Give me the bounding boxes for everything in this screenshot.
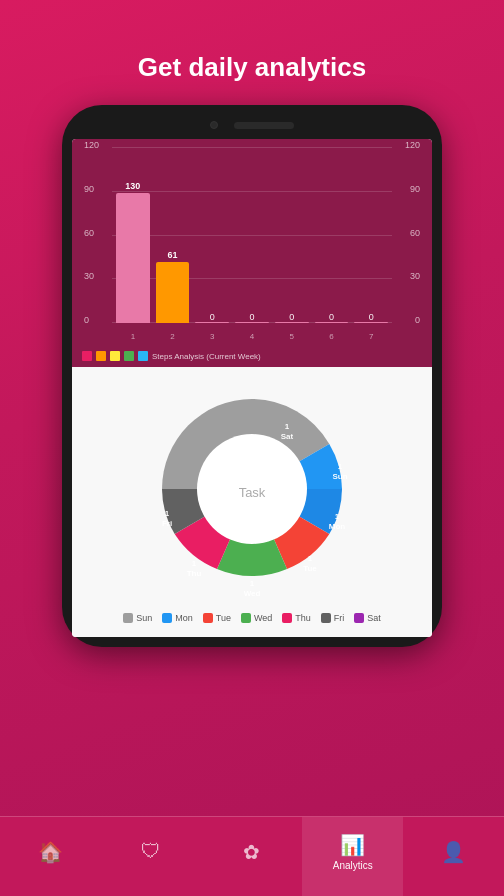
seg-sun-label: Sun	[332, 472, 347, 481]
legend-item-thu: Thu	[282, 613, 311, 623]
legend-item-fri: Fri	[321, 613, 345, 623]
bar-group-4: 0	[235, 310, 269, 323]
bar-6	[315, 322, 349, 323]
bars-container: 130 61 0 0	[112, 147, 392, 323]
legend-color-1	[82, 351, 92, 361]
legend-sat-label: Sat	[367, 613, 381, 623]
chart-legend: Steps Analysis (Current Week)	[82, 351, 422, 361]
bar-group-5: 0	[275, 310, 309, 323]
legend-item-wed: Wed	[241, 613, 272, 623]
legend-fri-label: Fri	[334, 613, 345, 623]
seg-fri-value: 1	[165, 509, 170, 518]
fan-icon: ✿	[243, 840, 260, 864]
phone-camera	[210, 121, 218, 129]
donut-center-text: Task	[239, 485, 266, 500]
phone-frame: 120 120 90 90 60 60 30 30	[62, 105, 442, 647]
donut-chart-section: 1 Sat 1 Sun 1 Mon 1 Tue	[72, 367, 432, 637]
analytics-icon: 📊	[340, 833, 365, 857]
seg-sat-label: Sat	[281, 432, 294, 441]
bar-2	[156, 262, 190, 323]
bar-group-3: 0	[195, 310, 229, 323]
legend-wed-color	[241, 613, 251, 623]
analytics-nav-label: Analytics	[333, 860, 373, 871]
phone-screen: 120 120 90 90 60 60 30 30	[72, 139, 432, 637]
donut-svg: 1 Sat 1 Sun 1 Mon 1 Tue	[142, 379, 362, 599]
phone-speaker	[234, 122, 294, 129]
seg-wed-value: 1	[250, 579, 255, 588]
seg-mon-value: 1	[335, 512, 340, 521]
legend-item-tue: Tue	[203, 613, 231, 623]
profile-icon: 👤	[441, 840, 466, 864]
shield-icon: 🛡	[141, 840, 161, 863]
home-icon: 🏠	[38, 840, 63, 864]
legend-thu-color	[282, 613, 292, 623]
legend-color-4	[124, 351, 134, 361]
donut-wrapper: 1 Sat 1 Sun 1 Mon 1 Tue	[82, 379, 422, 599]
nav-item-shield[interactable]: 🛡	[101, 817, 202, 896]
bar-chart-section: 120 120 90 90 60 60 30 30	[72, 139, 432, 367]
legend-fri-color	[321, 613, 331, 623]
legend-tue-label: Tue	[216, 613, 231, 623]
legend-tue-color	[203, 613, 213, 623]
legend-item-sun: Sun	[123, 613, 152, 623]
seg-thu-label: Thu	[187, 569, 202, 578]
x-axis: 1 2 3 4 5 6 7	[112, 332, 392, 341]
bar-5	[275, 322, 309, 323]
bar-group-2: 61	[156, 250, 190, 323]
legend-color-2	[96, 351, 106, 361]
legend-sun-label: Sun	[136, 613, 152, 623]
bar-4	[235, 322, 269, 323]
nav-item-profile[interactable]: 👤	[403, 817, 504, 896]
bar-1	[116, 193, 150, 323]
bar-chart: 120 120 90 90 60 60 30 30	[82, 147, 422, 347]
seg-sun-value: 1	[338, 462, 343, 471]
donut-svg-container: 1 Sat 1 Sun 1 Mon 1 Tue	[142, 379, 362, 599]
legend-item-sat: Sat	[354, 613, 381, 623]
seg-thu-value: 1	[192, 559, 197, 568]
nav-item-analytics[interactable]: 📊 Analytics	[302, 817, 403, 896]
bar-group-7: 0	[354, 310, 388, 323]
legend-sun-color	[123, 613, 133, 623]
seg-wed-label: Wed	[244, 589, 261, 598]
chart-legend-text: Steps Analysis (Current Week)	[152, 352, 261, 361]
bar-3	[195, 322, 229, 323]
legend-wed-label: Wed	[254, 613, 272, 623]
nav-item-home[interactable]: 🏠	[0, 817, 101, 896]
donut-legend: Sun Mon Tue Wed Thu	[82, 609, 422, 627]
nav-item-fan[interactable]: ✿	[202, 817, 303, 896]
bar-group-1: 130	[116, 181, 150, 323]
seg-tue-label: Tue	[303, 564, 317, 573]
seg-sat-value: 1	[285, 422, 290, 431]
bar-7	[354, 322, 388, 323]
page-title: Get daily analytics	[138, 52, 366, 83]
seg-mon-label: Mon	[329, 522, 346, 531]
legend-item-mon: Mon	[162, 613, 193, 623]
seg-tue-value: 1	[308, 554, 313, 563]
legend-color-5	[138, 351, 148, 361]
legend-sat-color	[354, 613, 364, 623]
seg-fri-label: Fri	[162, 519, 172, 528]
bar-group-6: 0	[315, 310, 349, 323]
legend-thu-label: Thu	[295, 613, 311, 623]
legend-mon-label: Mon	[175, 613, 193, 623]
legend-color-3	[110, 351, 120, 361]
bottom-nav: 🏠 🛡 ✿ 📊 Analytics 👤	[0, 816, 504, 896]
legend-mon-color	[162, 613, 172, 623]
